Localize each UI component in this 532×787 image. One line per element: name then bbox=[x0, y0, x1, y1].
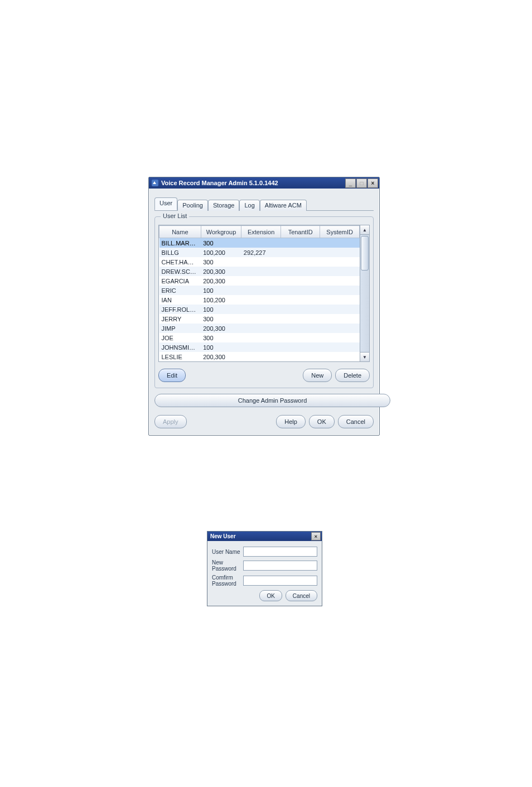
cell-system bbox=[320, 238, 360, 248]
cancel-button[interactable]: Cancel bbox=[338, 415, 374, 428]
table-row[interactable]: LESLIE200,300 bbox=[159, 352, 360, 361]
help-button[interactable]: Help bbox=[276, 415, 306, 428]
table-row[interactable]: JOHNSMI…100 bbox=[159, 342, 360, 352]
cell-name: BILL.MAR… bbox=[159, 238, 201, 248]
cell-name: CHET.HA… bbox=[159, 257, 201, 267]
dialog-close-button[interactable]: × bbox=[311, 532, 321, 540]
cell-extension bbox=[241, 257, 281, 267]
scroll-track[interactable] bbox=[360, 235, 369, 352]
dialog-body: User Name New Password Comfirm Password … bbox=[207, 541, 322, 606]
cell-extension bbox=[241, 314, 281, 324]
cell-workgroup: 100 bbox=[201, 342, 241, 352]
titlebar[interactable]: Voice Record Manager Admin 5.1.0.1442 _ … bbox=[149, 177, 379, 189]
close-button[interactable]: × bbox=[367, 178, 378, 188]
table-row[interactable]: IAN100,200 bbox=[159, 295, 360, 305]
cell-extension bbox=[241, 352, 281, 361]
maximize-button: □ bbox=[356, 178, 367, 188]
dialog-titlebar[interactable]: New User × bbox=[207, 532, 322, 541]
cell-system bbox=[320, 305, 360, 314]
confirm-password-label: Comfirm Password bbox=[212, 574, 243, 587]
table-row[interactable]: BILLG100,200292,227 bbox=[159, 248, 360, 257]
cell-system bbox=[320, 295, 360, 305]
dialog-ok-button[interactable]: OK bbox=[259, 590, 282, 601]
tab-log[interactable]: Log bbox=[239, 200, 259, 211]
table-row[interactable]: DREW.SC…200,300 bbox=[159, 267, 360, 276]
cell-system bbox=[320, 342, 360, 352]
col-extension[interactable]: Extension bbox=[241, 226, 281, 238]
cell-tenant bbox=[280, 248, 320, 257]
table-row[interactable]: ERIC100 bbox=[159, 286, 360, 295]
table-header-row: Name Workgroup Extension TenantID System… bbox=[159, 226, 360, 238]
cell-workgroup: 300 bbox=[201, 333, 241, 342]
table-row[interactable]: BILL.MAR…300 bbox=[159, 238, 360, 248]
cell-tenant bbox=[280, 352, 320, 361]
app-icon bbox=[151, 179, 159, 187]
change-admin-password-button[interactable]: Change Admin Password bbox=[154, 394, 390, 407]
cell-extension bbox=[241, 324, 281, 333]
new-button[interactable]: New bbox=[303, 369, 332, 382]
table-row[interactable]: EGARCIA200,300 bbox=[159, 276, 360, 286]
cell-system bbox=[320, 333, 360, 342]
cell-workgroup: 300 bbox=[201, 238, 241, 248]
cell-name: DREW.SC… bbox=[159, 267, 201, 276]
user-table-scrollbar[interactable]: ▲ ▼ bbox=[360, 225, 369, 361]
cell-tenant bbox=[280, 257, 320, 267]
cell-tenant bbox=[280, 342, 320, 352]
minimize-button[interactable]: _ bbox=[345, 178, 356, 188]
col-name[interactable]: Name bbox=[159, 226, 201, 238]
scroll-down-icon[interactable]: ▼ bbox=[360, 352, 370, 362]
tab-pooling[interactable]: Pooling bbox=[177, 200, 208, 211]
cell-name: JOHNSMI… bbox=[159, 342, 201, 352]
cell-system bbox=[320, 286, 360, 295]
user-list-group: User List Name bbox=[154, 216, 374, 388]
cell-workgroup: 200,300 bbox=[201, 267, 241, 276]
cell-name: EGARCIA bbox=[159, 276, 201, 286]
scroll-thumb[interactable] bbox=[361, 236, 369, 271]
new-password-input[interactable] bbox=[243, 561, 317, 571]
cell-name: ERIC bbox=[159, 286, 201, 295]
user-list-legend: User List bbox=[161, 213, 189, 219]
cell-extension bbox=[241, 267, 281, 276]
username-input[interactable] bbox=[243, 547, 317, 557]
confirm-password-input[interactable] bbox=[243, 576, 317, 586]
cell-name: JOE bbox=[159, 333, 201, 342]
cell-extension bbox=[241, 276, 281, 286]
client-area: User Pooling Storage Log Altiware ACM Us… bbox=[149, 189, 379, 435]
scroll-up-icon[interactable]: ▲ bbox=[360, 225, 370, 235]
new-user-dialog: New User × User Name New Password Comfir… bbox=[207, 531, 322, 606]
tab-storage[interactable]: Storage bbox=[208, 200, 240, 211]
dialog-cancel-button[interactable]: Cancel bbox=[286, 590, 317, 601]
table-row[interactable]: JOE300 bbox=[159, 333, 360, 342]
cell-workgroup: 300 bbox=[201, 314, 241, 324]
cell-extension bbox=[241, 295, 281, 305]
table-row[interactable]: JEFF.ROL…100 bbox=[159, 305, 360, 314]
cell-name: JIMP bbox=[159, 324, 201, 333]
cell-extension bbox=[241, 333, 281, 342]
col-systemid[interactable]: SystemID bbox=[320, 226, 360, 238]
table-row[interactable]: JIMP200,300 bbox=[159, 324, 360, 333]
table-row[interactable]: CHET.HA…300 bbox=[159, 257, 360, 267]
edit-button[interactable]: Edit bbox=[158, 369, 186, 382]
cell-name: LESLIE bbox=[159, 352, 201, 361]
cell-workgroup: 100,200 bbox=[201, 295, 241, 305]
tab-user[interactable]: User bbox=[154, 197, 177, 210]
cell-workgroup: 200,300 bbox=[201, 324, 241, 333]
cell-workgroup: 100,200 bbox=[201, 248, 241, 257]
cell-workgroup: 200,300 bbox=[201, 352, 241, 361]
cell-tenant bbox=[280, 295, 320, 305]
cell-extension bbox=[241, 238, 281, 248]
col-workgroup[interactable]: Workgroup bbox=[201, 226, 241, 238]
ok-button[interactable]: OK bbox=[309, 415, 335, 428]
table-row[interactable]: JERRY300 bbox=[159, 314, 360, 324]
delete-button[interactable]: Delete bbox=[335, 369, 370, 382]
window-title: Voice Record Manager Admin 5.1.0.1442 bbox=[161, 180, 345, 186]
cell-name: JERRY bbox=[159, 314, 201, 324]
cell-system bbox=[320, 352, 360, 361]
cell-system bbox=[320, 324, 360, 333]
cell-workgroup: 200,300 bbox=[201, 276, 241, 286]
cell-system bbox=[320, 267, 360, 276]
cell-system bbox=[320, 276, 360, 286]
tab-altiware-acm[interactable]: Altiware ACM bbox=[260, 200, 307, 211]
col-tenantid[interactable]: TenantID bbox=[280, 226, 320, 238]
cell-tenant bbox=[280, 267, 320, 276]
